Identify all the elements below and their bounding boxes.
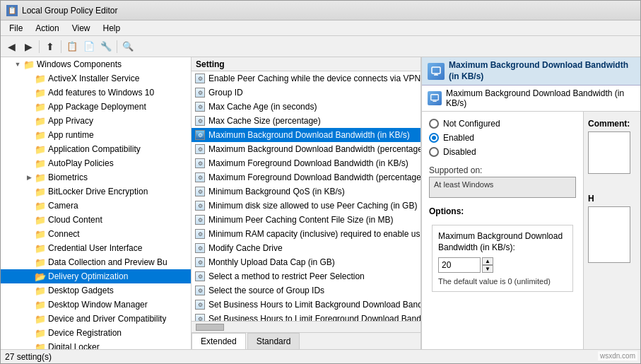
tree-item-data-collection[interactable]: 📁 Data Collection and Preview Bu — [1, 255, 191, 269]
setting-s18[interactable]: ⚙ Set Business Hours to Limit Foreground… — [192, 312, 421, 321]
folder-icon-connect: 📁 — [35, 229, 46, 239]
folder-icon-activex: 📁 — [35, 74, 46, 83]
main-content: 📁 Windows Components 📁 ActiveX Installer… — [1, 57, 640, 349]
tree-item-app-privacy[interactable]: 📁 App Privacy — [1, 114, 191, 128]
svg-rect-3 — [431, 95, 439, 100]
setting-icon-s9: ⚙ — [194, 186, 206, 197]
setting-s17[interactable]: ⚙ Set Business Hours to Limit Background… — [192, 298, 421, 312]
tree-item-bitlocker[interactable]: 📁 BitLocker Drive Encryption — [1, 184, 191, 199]
settings-list: ⚙ Enable Peer Caching while the device c… — [192, 71, 421, 321]
radio-input-disabled[interactable] — [429, 147, 439, 157]
setting-icon-s4: ⚙ — [194, 115, 206, 127]
setting-s5[interactable]: ⚙ Maximum Background Download Bandwidth … — [192, 128, 421, 142]
folder-icon-desktop-wm: 📁 — [35, 300, 46, 310]
tree-label-camera: Camera — [48, 201, 78, 211]
folder-icon-device-driver: 📁 — [35, 314, 46, 324]
menu-file[interactable]: File — [4, 22, 28, 35]
radio-input-not-configured[interactable] — [429, 119, 439, 129]
title-bar: 📋 Local Group Policy Editor — [1, 1, 640, 20]
setting-s4[interactable]: ⚙ Max Cache Size (percentage) — [192, 114, 421, 128]
radio-enabled[interactable]: Enabled — [429, 133, 576, 143]
tree-item-activex[interactable]: 📁 ActiveX Installer Service — [1, 71, 191, 86]
setting-label-s8: Maximum Foreground Download Bandwidth (p… — [208, 172, 421, 182]
setting-s6[interactable]: ⚙ Maximum Background Download Bandwidth … — [192, 142, 421, 156]
paste-button[interactable]: 📄 — [81, 39, 97, 54]
setting-icon-s11: ⚙ — [194, 214, 206, 225]
properties-button[interactable]: 🔧 — [98, 39, 114, 54]
tree-item-credential-ui[interactable]: 📁 Credential User Interface — [1, 241, 191, 255]
tree-label-digital-locker: Digital Locker — [48, 342, 100, 349]
tab-extended[interactable]: Extended — [192, 333, 246, 349]
folder-icon-add-features: 📁 — [35, 88, 46, 98]
setting-s2[interactable]: ⚙ Group ID — [192, 86, 421, 100]
tree-item-desktop-wm[interactable]: 📁 Desktop Window Manager — [1, 298, 191, 312]
tree-item-digital-locker[interactable]: 📁 Digital Locker — [1, 340, 191, 349]
tree-item-app-package[interactable]: 📁 App Package Deployment — [1, 100, 191, 114]
tree-label-bitlocker: BitLocker Drive Encryption — [48, 187, 148, 196]
setting-s1[interactable]: ⚙ Enable Peer Caching while the device c… — [192, 71, 421, 86]
value-section: Maximum Background Download Bandwidth (i… — [432, 225, 573, 292]
setting-icon-s8: ⚙ — [194, 172, 206, 183]
tree-item-device-driver[interactable]: 📁 Device and Driver Compatibility — [1, 312, 191, 326]
hscroll-thumb[interactable] — [196, 324, 224, 331]
forward-button[interactable]: ▶ — [20, 39, 36, 54]
tree-item-add-features[interactable]: 📁 Add features to Windows 10 — [1, 86, 191, 100]
setting-s10[interactable]: ⚙ Minimum disk size allowed to use Peer … — [192, 199, 421, 213]
setting-s13[interactable]: ⚙ Modify Cache Drive — [192, 241, 421, 255]
expand-windows-components[interactable] — [12, 59, 23, 70]
separator-1 — [39, 40, 40, 53]
tree-label-biometrics: Biometrics — [48, 172, 88, 182]
property-subtitle-icon — [428, 91, 442, 105]
spinner-up[interactable]: ▲ — [482, 257, 493, 265]
setting-label-s3: Max Cache Age (in seconds) — [208, 102, 317, 112]
folder-icon-digital-locker: 📁 — [35, 342, 46, 349]
value-input[interactable] — [438, 257, 481, 273]
back-button[interactable]: ◀ — [4, 39, 19, 54]
expand-biometrics[interactable] — [23, 172, 35, 183]
menu-action[interactable]: Action — [30, 22, 64, 35]
status-text: 27 setting(s) — [5, 352, 52, 362]
folder-icon-credential-ui: 📁 — [35, 243, 46, 253]
options-label: Options: — [429, 206, 576, 216]
up-button[interactable]: ⬆ — [42, 39, 58, 54]
tree-item-app-runtime[interactable]: 📁 App runtime — [1, 128, 191, 142]
tree-item-desktop-gadgets[interactable]: 📁 Desktop Gadgets — [1, 283, 191, 298]
tree-item-device-reg[interactable]: 📁 Device Registration — [1, 326, 191, 340]
setting-s16[interactable]: ⚙ Select the source of Group IDs — [192, 283, 421, 298]
comment-input[interactable] — [588, 131, 630, 174]
setting-s14[interactable]: ⚙ Monthly Upload Data Cap (in GB) — [192, 255, 421, 269]
filter-button[interactable]: 🔍 — [120, 39, 136, 54]
tree-item-windows-components[interactable]: 📁 Windows Components — [1, 57, 191, 71]
radio-not-configured[interactable]: Not Configured — [429, 119, 576, 129]
tree-label-autoplay: AutoPlay Policies — [48, 158, 114, 168]
tree-item-camera[interactable]: 📁 Camera — [1, 199, 191, 213]
settings-tabs: Extended Standard — [192, 332, 421, 349]
setting-s15[interactable]: ⚙ Select a method to restrict Peer Selec… — [192, 269, 421, 283]
tree-item-app-compat[interactable]: 📁 Application Compatibility — [1, 142, 191, 156]
tree-item-connect[interactable]: 📁 Connect — [1, 227, 191, 241]
spinner-down[interactable]: ▼ — [482, 265, 493, 273]
setting-s3[interactable]: ⚙ Max Cache Age (in seconds) — [192, 100, 421, 114]
tree-label-app-runtime: App runtime — [48, 130, 94, 140]
tree-label-device-driver: Device and Driver Compatibility — [48, 314, 166, 324]
tree-item-cloud-content[interactable]: 📁 Cloud Content — [1, 213, 191, 227]
tree-item-autoplay[interactable]: 📁 AutoPlay Policies — [1, 156, 191, 170]
radio-disabled[interactable]: Disabled — [429, 147, 576, 157]
horizontal-scrollbar[interactable] — [192, 321, 421, 332]
tree-item-delivery-opt[interactable]: 📂 Delivery Optimization — [1, 269, 191, 283]
folder-icon-autoplay: 📁 — [35, 158, 46, 168]
setting-s9[interactable]: ⚙ Minimum Background QoS (in KB/s) — [192, 184, 421, 199]
radio-label-disabled: Disabled — [443, 147, 476, 157]
setting-label-s15: Select a method to restrict Peer Selecti… — [208, 271, 365, 281]
tree-item-biometrics[interactable]: 📁 Biometrics — [1, 170, 191, 184]
radio-input-enabled[interactable] — [429, 133, 439, 143]
tab-standard[interactable]: Standard — [247, 333, 300, 349]
menu-view[interactable]: View — [66, 22, 96, 35]
setting-s7[interactable]: ⚙ Maximum Foreground Download Bandwidth … — [192, 156, 421, 170]
menu-help[interactable]: Help — [98, 22, 127, 35]
setting-s8[interactable]: ⚙ Maximum Foreground Download Bandwidth … — [192, 170, 421, 184]
setting-s12[interactable]: ⚙ Minimum RAM capacity (inclusive) requi… — [192, 227, 421, 241]
setting-icon-s18: ⚙ — [194, 313, 206, 321]
setting-s11[interactable]: ⚙ Minimum Peer Caching Content File Size… — [192, 213, 421, 227]
copy-button[interactable]: 📋 — [64, 39, 80, 54]
